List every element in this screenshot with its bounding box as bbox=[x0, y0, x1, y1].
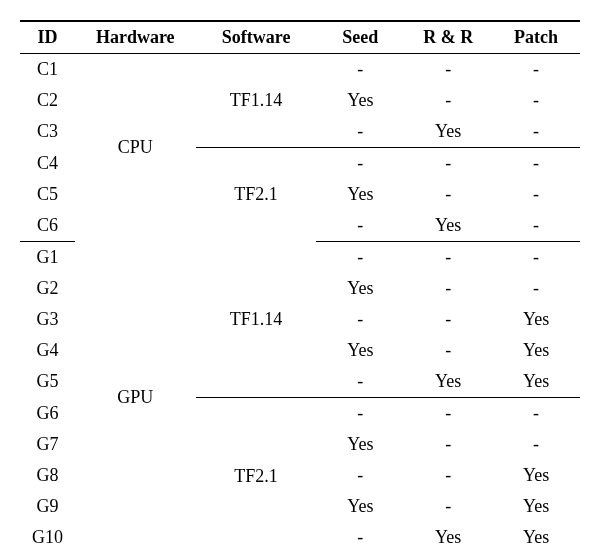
cell-id: C2 bbox=[20, 85, 75, 116]
cell-patch: Yes bbox=[492, 366, 580, 398]
cell-rr: - bbox=[404, 398, 492, 430]
cell-patch: - bbox=[492, 242, 580, 274]
header-row: ID Hardware Software Seed R & R Patch bbox=[20, 21, 580, 54]
cell-rr: - bbox=[404, 85, 492, 116]
cell-rr: - bbox=[404, 304, 492, 335]
cell-id: G8 bbox=[20, 460, 75, 491]
col-seed: Seed bbox=[316, 21, 404, 54]
cell-patch: - bbox=[492, 273, 580, 304]
cell-seed: - bbox=[316, 398, 404, 430]
cell-seed: Yes bbox=[316, 179, 404, 210]
col-hardware: Hardware bbox=[75, 21, 196, 54]
config-table: ID Hardware Software Seed R & R Patch C1… bbox=[20, 20, 580, 548]
cell-seed: - bbox=[316, 460, 404, 491]
cell-seed: - bbox=[316, 148, 404, 180]
cell-rr: Yes bbox=[404, 366, 492, 398]
cell-hardware-cpu: CPU bbox=[75, 54, 196, 242]
cell-patch: - bbox=[492, 398, 580, 430]
cell-rr: - bbox=[404, 491, 492, 522]
cell-seed: Yes bbox=[316, 429, 404, 460]
cell-software-tf114: TF1.14 bbox=[196, 54, 317, 148]
cell-rr: - bbox=[404, 179, 492, 210]
cell-seed: - bbox=[316, 522, 404, 548]
cell-id: G4 bbox=[20, 335, 75, 366]
cell-rr: - bbox=[404, 273, 492, 304]
table-row: G1 GPU TF1.14 - - - bbox=[20, 242, 580, 274]
cell-patch: - bbox=[492, 54, 580, 86]
cell-seed: - bbox=[316, 366, 404, 398]
cell-hardware-gpu: GPU bbox=[75, 242, 196, 549]
cell-rr: - bbox=[404, 429, 492, 460]
cell-id: G2 bbox=[20, 273, 75, 304]
cell-seed: - bbox=[316, 304, 404, 335]
cell-rr: Yes bbox=[404, 522, 492, 548]
cell-patch: - bbox=[492, 179, 580, 210]
cell-seed: Yes bbox=[316, 335, 404, 366]
cell-seed: - bbox=[316, 210, 404, 242]
cell-rr: - bbox=[404, 54, 492, 86]
cell-seed: Yes bbox=[316, 85, 404, 116]
cell-patch: - bbox=[492, 210, 580, 242]
col-software: Software bbox=[196, 21, 317, 54]
cell-id: G3 bbox=[20, 304, 75, 335]
cell-software-tf21: TF2.1 bbox=[196, 398, 317, 549]
cell-id: G7 bbox=[20, 429, 75, 460]
cell-seed: - bbox=[316, 54, 404, 86]
cell-id: G5 bbox=[20, 366, 75, 398]
cell-rr: - bbox=[404, 242, 492, 274]
cell-rr: - bbox=[404, 460, 492, 491]
cell-rr: - bbox=[404, 148, 492, 180]
col-rr: R & R bbox=[404, 21, 492, 54]
cell-id: C5 bbox=[20, 179, 75, 210]
cell-seed: Yes bbox=[316, 491, 404, 522]
cell-id: G6 bbox=[20, 398, 75, 430]
cell-patch: Yes bbox=[492, 522, 580, 548]
cell-rr: - bbox=[404, 335, 492, 366]
cell-patch: Yes bbox=[492, 335, 580, 366]
cell-id: G1 bbox=[20, 242, 75, 274]
table-row: C1 CPU TF1.14 - - - bbox=[20, 54, 580, 86]
cell-id: G9 bbox=[20, 491, 75, 522]
col-id: ID bbox=[20, 21, 75, 54]
cell-id: C6 bbox=[20, 210, 75, 242]
cell-patch: Yes bbox=[492, 304, 580, 335]
cell-patch: Yes bbox=[492, 491, 580, 522]
cell-seed: Yes bbox=[316, 273, 404, 304]
cell-rr: Yes bbox=[404, 210, 492, 242]
table: ID Hardware Software Seed R & R Patch C1… bbox=[20, 20, 580, 548]
cell-id: G10 bbox=[20, 522, 75, 548]
cell-patch: - bbox=[492, 116, 580, 148]
cell-seed: - bbox=[316, 116, 404, 148]
cell-patch: Yes bbox=[492, 460, 580, 491]
cell-id: C1 bbox=[20, 54, 75, 86]
cell-software-tf114: TF1.14 bbox=[196, 242, 317, 398]
cell-seed: - bbox=[316, 242, 404, 274]
cell-rr: Yes bbox=[404, 116, 492, 148]
cell-id: C3 bbox=[20, 116, 75, 148]
cell-patch: - bbox=[492, 148, 580, 180]
cell-software-tf21: TF2.1 bbox=[196, 148, 317, 242]
col-patch: Patch bbox=[492, 21, 580, 54]
cell-id: C4 bbox=[20, 148, 75, 180]
cell-patch: - bbox=[492, 85, 580, 116]
cell-patch: - bbox=[492, 429, 580, 460]
